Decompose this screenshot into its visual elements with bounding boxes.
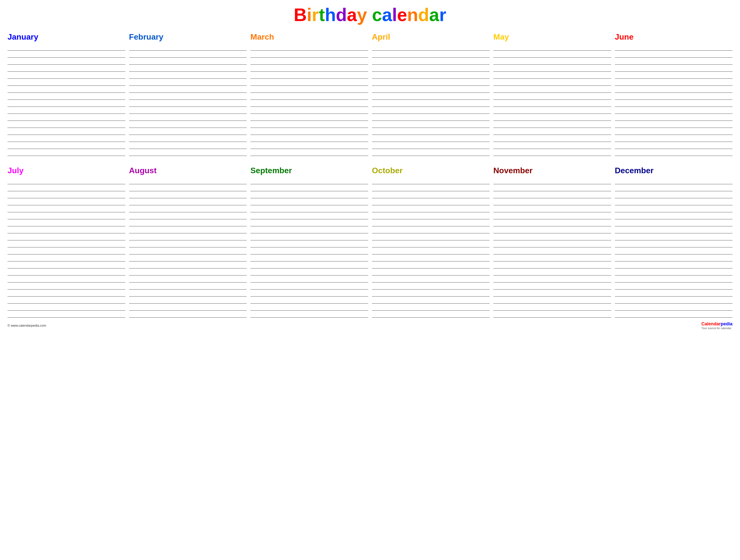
line (7, 241, 125, 248)
line (129, 142, 247, 149)
line (129, 248, 247, 255)
line (372, 72, 490, 79)
line (493, 276, 611, 282)
line (7, 43, 125, 51)
lines-container-january (7, 43, 125, 156)
line (129, 212, 247, 219)
line (129, 219, 247, 226)
line (251, 149, 368, 156)
month-header-april: April (372, 32, 490, 41)
line (129, 51, 247, 58)
calendar-top-grid: JanuaryFebruaryMarchAprilMayJune (7, 32, 733, 156)
line (372, 100, 490, 107)
line (7, 142, 125, 149)
line (372, 269, 490, 276)
line (129, 86, 247, 93)
line (7, 282, 125, 289)
calendar-bottom-grid: JulyAugustSeptemberOctoberNovemberDecemb… (7, 166, 733, 317)
lines-container-may (493, 43, 611, 156)
line (493, 198, 611, 205)
line (7, 205, 125, 212)
line (615, 142, 733, 149)
month-header-august: August (129, 166, 247, 175)
line (129, 255, 247, 262)
brand-part2: pedia (721, 321, 733, 326)
line (615, 248, 733, 255)
line (7, 269, 125, 276)
line (129, 296, 247, 303)
line (7, 184, 125, 191)
lines-container-november (493, 177, 611, 317)
month-column-october: October (372, 166, 490, 317)
line (7, 296, 125, 303)
line (129, 72, 247, 79)
line (129, 191, 247, 198)
line (372, 191, 490, 198)
footer-brand: Calendarpedia (702, 321, 733, 326)
line (615, 296, 733, 303)
line (615, 149, 733, 156)
line (615, 282, 733, 289)
line (7, 121, 125, 128)
line (615, 269, 733, 276)
line (129, 58, 247, 65)
line (251, 303, 368, 310)
month-header-december: December (615, 166, 733, 175)
line (129, 234, 247, 241)
line (372, 282, 490, 289)
month-column-november: November (493, 166, 611, 317)
line (129, 79, 247, 86)
line (251, 114, 368, 121)
line (7, 72, 125, 79)
line (251, 184, 368, 191)
month-column-may: May (493, 32, 611, 156)
line (615, 262, 733, 269)
month-header-july: July (7, 166, 125, 175)
line (615, 226, 733, 234)
line (7, 219, 125, 226)
line (251, 269, 368, 276)
month-column-february: February (129, 32, 247, 156)
line (129, 276, 247, 282)
line (493, 262, 611, 269)
month-header-march: March (251, 32, 368, 41)
line (493, 205, 611, 212)
month-header-may: May (493, 32, 611, 41)
month-header-september: September (251, 166, 368, 175)
brand-part1: Calendar (702, 321, 721, 326)
line (615, 65, 733, 72)
line (251, 191, 368, 198)
line (493, 310, 611, 317)
line (251, 177, 368, 184)
line (129, 149, 247, 156)
line (493, 93, 611, 100)
line (372, 114, 490, 121)
line (129, 121, 247, 128)
line (493, 219, 611, 226)
line (372, 255, 490, 262)
line (615, 212, 733, 219)
line (372, 177, 490, 184)
line (251, 142, 368, 149)
line (251, 205, 368, 212)
line (615, 198, 733, 205)
line (372, 226, 490, 234)
line (251, 219, 368, 226)
month-column-september: September (251, 166, 368, 317)
line (251, 262, 368, 269)
line (251, 86, 368, 93)
line (129, 43, 247, 51)
line (7, 289, 125, 296)
line (129, 303, 247, 310)
line (372, 248, 490, 255)
line (251, 107, 368, 114)
page-title: Birthday calendar (7, 5, 733, 25)
line (372, 234, 490, 241)
line (493, 65, 611, 72)
line (7, 303, 125, 310)
line (493, 128, 611, 135)
line (372, 107, 490, 114)
line (129, 310, 247, 317)
line (372, 58, 490, 65)
line (251, 93, 368, 100)
